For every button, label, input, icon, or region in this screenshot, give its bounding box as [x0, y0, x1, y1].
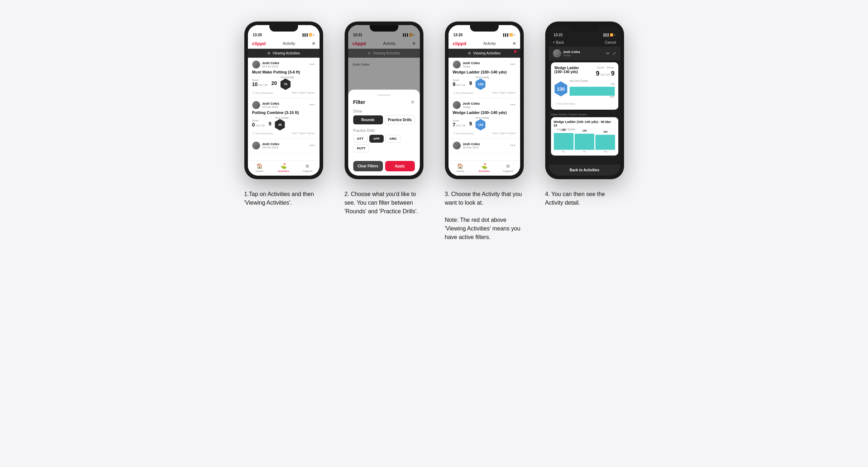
caption-4: 4. You can then see the Activity detail.	[545, 190, 624, 207]
drill-arg-2[interactable]: ARG	[385, 135, 401, 143]
stat-quality-badge-3-1: 130	[475, 78, 485, 90]
modal-header-2: Filter ✕	[353, 99, 415, 105]
phone-3: 13:20 ▐▐▐ 📶 ▪ clippd Activity ≡ ⚙ Vie	[445, 22, 524, 179]
phone-1: 13:20 ▐▐▐ 📶 ▪ clippd Activity ≡ ⚙ Vie	[244, 22, 323, 179]
expand-icon-4[interactable]: ⤢	[613, 51, 616, 56]
red-dot-3	[514, 50, 517, 53]
more-dots-3-1[interactable]: •••	[510, 62, 516, 67]
nav-capture-1[interactable]: ⊕ Capture	[296, 163, 320, 173]
avatar-1-3	[252, 142, 260, 149]
user-date-1-2: 28 Feb 2023	[262, 105, 279, 109]
activity-card-1-1[interactable]: Josh Coles 28 Feb 2023 ••• Must Make Put…	[248, 58, 320, 98]
viewing-banner-3[interactable]: ⚙ Viewing Activities	[449, 49, 520, 58]
user-name-3-2: Josh Coles	[463, 102, 480, 105]
nav-activities-label-1: Activities	[278, 170, 289, 173]
back-button-4[interactable]: < Back	[553, 40, 564, 44]
more-dots-1-3[interactable]: •••	[310, 143, 315, 148]
notch-1	[269, 25, 298, 32]
capture-icon-1: ⊕	[305, 163, 310, 169]
practice-drills-label-2: Practice Drills	[353, 129, 415, 133]
detail-score-label-4: Score	[597, 66, 604, 69]
sub-bar-1-4: 132	[554, 133, 574, 150]
apply-button-2[interactable]: Apply	[385, 161, 415, 171]
stat-quality-label-1-1: Shot Quality	[280, 76, 294, 78]
more-dots-1-2[interactable]: •••	[310, 103, 315, 108]
drill-app-2[interactable]: APP	[369, 135, 384, 143]
detail-actions-4: ✏ ⤢	[606, 51, 616, 56]
edit-icon-4[interactable]: ✏	[606, 51, 610, 56]
activity-card-3-3[interactable]: Josh Coles 28 Feb 2023 •••	[449, 139, 520, 154]
more-dots-3-2[interactable]: •••	[510, 103, 516, 108]
card-user-1-1: Josh Coles 28 Feb 2023	[252, 61, 279, 68]
card-user-1-3: Josh Coles 28 Feb 2023	[252, 142, 279, 149]
nav-capture-3[interactable]: ⊕ Capture	[496, 163, 520, 173]
stat-shots-1-1: 20	[271, 80, 277, 86]
card-user-3-1: Josh Coles Today	[453, 61, 480, 68]
detail-card-left-4: Wedge Ladder (100–140 yds)	[555, 66, 587, 74]
detail-card-right-4: Score Shots 9 OUT OF 9	[596, 66, 614, 77]
card-footer-3-2: ⓘ Test Information Data: Clippd Capture	[453, 132, 516, 135]
drill-ott-2[interactable]: OTT	[353, 135, 368, 143]
clear-filters-button-2[interactable]: Clear Filters	[353, 161, 383, 171]
time-1: 13:20	[253, 33, 262, 37]
detail-score-display-4: 9 OUT OF 9	[596, 70, 614, 77]
back-to-activities-4[interactable]: Back to Activities	[549, 165, 620, 176]
filter-tab-practice-2[interactable]: Practice Drills	[385, 115, 415, 124]
stat-score-label-3-2: Score	[453, 119, 466, 122]
user-date-3-2: Today	[463, 105, 480, 109]
stat-quality-label-3-2: Shot Quality	[475, 116, 489, 119]
activity-card-1-2[interactable]: Josh Coles 28 Feb 2023 ••• Putting Combi…	[248, 98, 320, 139]
screen-1: 13:20 ▐▐▐ 📶 ▪ clippd Activity ≡ ⚙ Vie	[248, 25, 320, 176]
home-icon-3: 🏠	[457, 163, 463, 169]
user-info-3-2: Josh Coles Today	[463, 102, 480, 109]
modal-handle-2	[378, 95, 390, 96]
battery-icon-4: ▪	[614, 33, 615, 37]
bottom-nav-1: 🏠 Home ⛳ Activities ⊕ Capture	[248, 161, 320, 176]
card-footer-right-1-2: Data: Clippd Capture	[292, 132, 315, 135]
avatar-4	[553, 49, 561, 57]
phone-4: 13:21 ▐▐▐ 📶 ▪ < Back Cancel	[545, 22, 624, 179]
stat-score-label-1-1: Score	[252, 79, 268, 81]
nav-activities-1[interactable]: ⛳ Activities	[272, 163, 296, 173]
more-dots-1-1[interactable]: •••	[310, 62, 315, 67]
session-label-4: Player Activity • Practice Session	[549, 112, 620, 117]
stat-score-label-3-1: Score	[453, 79, 466, 81]
stat-shots-value-1-1: 20	[271, 80, 277, 86]
user-name-4: Josh Coles	[563, 50, 580, 54]
nav-home-1[interactable]: 🏠 Home	[248, 163, 272, 173]
app-header-3: clippd Activity ≡	[449, 38, 520, 49]
card-title-1-2: Putting Combine (3-15 ft)	[252, 110, 315, 115]
status-icons-1: ▐▐▐ 📶 ▪	[302, 33, 315, 37]
chart-x-label-4: APP	[570, 96, 615, 98]
sub-bar-3-4: 124	[595, 135, 615, 150]
activity-card-3-2[interactable]: Josh Coles Today ••• Wedge Ladder (100–1…	[449, 98, 520, 139]
card-footer-1-2: ⓘ Test Information Data: Clippd Capture	[252, 132, 315, 135]
stat-quality-label-3-1: Shot Quality	[475, 76, 489, 78]
notch-4	[570, 25, 599, 32]
user-date-1-1: 28 Feb 2023	[262, 65, 279, 68]
sub-title-4: Wedge Ladder (100–140 yds) - 06 Mar 23	[554, 120, 615, 127]
viewing-banner-1[interactable]: ⚙ Viewing Activities	[248, 49, 320, 58]
stat-quality-3-2: Shot Quality 118	[475, 116, 489, 130]
card-footer-right-3-2: Data: Clippd Capture	[492, 132, 515, 135]
nav-activities-3[interactable]: ⛳ Activities	[472, 163, 496, 173]
cards-container-1: Josh Coles 28 Feb 2023 ••• Must Make Put…	[248, 58, 320, 161]
show-label-2: Show	[353, 109, 415, 113]
activity-card-1-3[interactable]: Josh Coles 28 Feb 2023 •••	[248, 139, 320, 154]
drill-putt-2[interactable]: PUTT	[353, 144, 370, 152]
menu-icon-1[interactable]: ≡	[312, 40, 315, 46]
sub-chart-4: Wedge Ladder (100–140 yds) - 06 Mar 23 →…	[551, 117, 618, 156]
more-dots-3-3[interactable]: •••	[510, 143, 516, 148]
card-stats-3-2: Score 7 OUT OF 9 Shot Quality	[453, 116, 516, 130]
cancel-button-4[interactable]: Cancel	[605, 40, 616, 44]
activity-card-3-1[interactable]: Josh Coles Today ••• Wedge Ladder (100–1…	[449, 58, 520, 98]
modal-close-2[interactable]: ✕	[411, 99, 415, 105]
detail-score-row-4: Score Shots	[597, 66, 614, 69]
quality-chart-container-4: Avg Shot Quality 130 APP	[570, 80, 615, 98]
nav-home-3[interactable]: 🏠 Home	[449, 163, 473, 173]
nav-home-label-1: Home	[256, 170, 263, 173]
card-footer-right-1-1: Data: Clippd Capture	[292, 91, 315, 95]
menu-icon-3[interactable]: ≡	[513, 40, 515, 46]
signal-icon-3: ▐▐▐	[502, 33, 508, 37]
filter-tab-rounds-2[interactable]: Rounds	[353, 115, 383, 124]
